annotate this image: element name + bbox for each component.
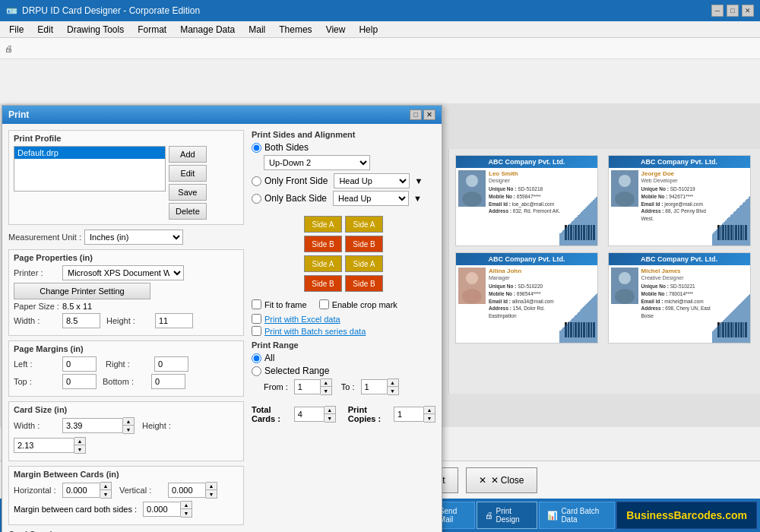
bottom-input[interactable]	[151, 374, 185, 389]
batch-row: Print with Batch series data	[252, 326, 435, 336]
dialog-close-button[interactable]: ✕	[423, 109, 435, 120]
from-spinner[interactable]: ▲ ▼	[294, 378, 332, 395]
maximize-button[interactable]: □	[727, 5, 739, 17]
card-width-input[interactable]	[62, 418, 123, 433]
print-copies-spinner[interactable]: ▲ ▼	[394, 406, 435, 423]
copies-up[interactable]: ▲	[424, 407, 435, 414]
taskbar-btn-print-design[interactable]: 🖨Print Design	[477, 502, 538, 529]
vertical-spinner[interactable]: ▲ ▼	[168, 482, 217, 499]
page-width-input[interactable]	[62, 313, 100, 328]
horizontal-input[interactable]	[62, 483, 100, 498]
crop-mark-label: Enable crop mark	[332, 300, 397, 309]
vert-up[interactable]: ▲	[206, 483, 217, 490]
menu-help[interactable]: Help	[353, 23, 384, 36]
right-input[interactable]	[154, 356, 188, 372]
card-height-input[interactable]	[14, 438, 74, 453]
side-a-btn-1[interactable]: Side A	[304, 216, 342, 233]
selected-radio[interactable]	[252, 366, 261, 376]
side-b-btn-2[interactable]: Side B	[345, 236, 383, 252]
vertical-input[interactable]	[168, 483, 206, 498]
delete-profile-button[interactable]: Delete	[169, 203, 207, 220]
left-input[interactable]	[62, 356, 97, 372]
to-input[interactable]	[361, 379, 388, 394]
both-sides-spinner[interactable]: ▲ ▼	[143, 501, 192, 518]
save-profile-button[interactable]: Save	[169, 184, 207, 201]
margin-between-cards-section: Margin Between Cards (in) Horizontal : ▲…	[8, 466, 244, 525]
page-height-input[interactable]	[155, 313, 193, 328]
from-up[interactable]: ▲	[321, 379, 331, 387]
copies-down[interactable]: ▼	[424, 414, 435, 422]
both-down[interactable]: ▼	[181, 509, 192, 517]
close-dialog-button[interactable]: ✕ ✕ Close	[466, 467, 537, 493]
side-b-btn-1[interactable]: Side B	[304, 236, 342, 252]
back-side-radio[interactable]	[252, 194, 261, 204]
excel-label[interactable]: Print with Excel data	[264, 315, 340, 324]
total-cards-input[interactable]	[294, 407, 325, 422]
alignment-dropdown[interactable]: Up-Down 2	[264, 155, 370, 170]
both-sides-radio[interactable]	[252, 143, 261, 153]
card-width-up[interactable]: ▲	[123, 418, 134, 426]
print-copies-input[interactable]	[394, 407, 424, 422]
side-b-btn-3[interactable]: Side B	[304, 275, 342, 292]
menu-mail[interactable]: Mail	[242, 23, 271, 36]
print-profile-list[interactable]: Default.drp	[14, 146, 166, 192]
top-label: Top :	[14, 377, 59, 386]
change-printer-button[interactable]: Change Printer Setting	[14, 283, 150, 299]
print-profile-section: Print Profile Default.drp Add Edit Save …	[8, 130, 244, 225]
total-down[interactable]: ▼	[325, 414, 335, 422]
menu-file[interactable]: File	[3, 23, 30, 36]
to-down[interactable]: ▼	[388, 387, 398, 394]
batch-check[interactable]	[252, 326, 261, 336]
menu-bar: File Edit Drawing Tools Format Manage Da…	[0, 21, 760, 38]
card-height-up[interactable]: ▲	[74, 438, 85, 445]
menu-view[interactable]: View	[320, 23, 352, 36]
top-input[interactable]	[62, 374, 97, 389]
dialog-maximize-button[interactable]: □	[410, 109, 422, 120]
card-width-down[interactable]: ▼	[123, 426, 134, 433]
total-up[interactable]: ▲	[325, 407, 335, 414]
excel-check[interactable]	[252, 314, 261, 324]
both-up[interactable]: ▲	[181, 502, 192, 509]
add-profile-button[interactable]: Add	[169, 146, 207, 163]
side-a-btn-4[interactable]: Side A	[345, 255, 383, 272]
side-b-btn-4[interactable]: Side B	[345, 275, 383, 292]
card-height-down[interactable]: ▼	[74, 445, 85, 453]
both-sides-input[interactable]	[143, 502, 181, 517]
menu-themes[interactable]: Themes	[273, 23, 318, 36]
to-up[interactable]: ▲	[388, 379, 398, 387]
svg-point-2	[462, 192, 482, 207]
back-align-select[interactable]: Head Up	[333, 191, 409, 206]
from-input[interactable]	[294, 379, 321, 394]
card-size-section: Card Size (in) Width : ▲ ▼	[8, 401, 244, 461]
card-height-spinner[interactable]: ▲ ▼	[14, 437, 86, 454]
vert-down[interactable]: ▼	[206, 490, 217, 498]
horizontal-spinner[interactable]: ▲ ▼	[62, 482, 112, 499]
printer-select[interactable]: Microsoft XPS Document Wr	[62, 265, 184, 280]
side-a-btn-3[interactable]: Side A	[304, 255, 342, 272]
card-width-spinner[interactable]: ▲ ▼	[62, 417, 135, 434]
close-app-button[interactable]: ✕	[742, 5, 754, 17]
horiz-down[interactable]: ▼	[100, 490, 111, 498]
front-align-select[interactable]: Head Up	[334, 173, 410, 188]
menu-format[interactable]: Format	[131, 23, 173, 36]
total-cards-spinner[interactable]: ▲ ▼	[294, 406, 336, 423]
menu-drawing-tools[interactable]: Drawing Tools	[61, 23, 130, 36]
horiz-up[interactable]: ▲	[100, 483, 111, 490]
batch-label[interactable]: Print with Batch series data	[264, 327, 366, 336]
menu-manage-data[interactable]: Manage Data	[174, 23, 241, 36]
crop-mark-check[interactable]	[319, 299, 329, 309]
to-spinner[interactable]: ▲ ▼	[361, 378, 399, 395]
all-radio[interactable]	[252, 353, 261, 363]
fit-to-frame-check[interactable]	[252, 299, 261, 309]
measurement-select[interactable]: Inches (in)	[84, 230, 183, 245]
edit-profile-button[interactable]: Edit	[169, 165, 207, 182]
taskbar-btn-card-batch-data[interactable]: 📊Card Batch Data	[539, 502, 615, 529]
minimize-button[interactable]: ─	[711, 5, 724, 17]
profile-item[interactable]: Default.drp	[14, 147, 165, 159]
from-down[interactable]: ▼	[321, 387, 331, 394]
menu-edit[interactable]: Edit	[31, 23, 59, 36]
front-side-radio[interactable]	[252, 176, 261, 186]
right-label: Right :	[106, 359, 151, 369]
side-a-btn-2[interactable]: Side A	[345, 216, 383, 233]
card-company: ABC Company Pvt. Ltd.	[609, 156, 750, 168]
